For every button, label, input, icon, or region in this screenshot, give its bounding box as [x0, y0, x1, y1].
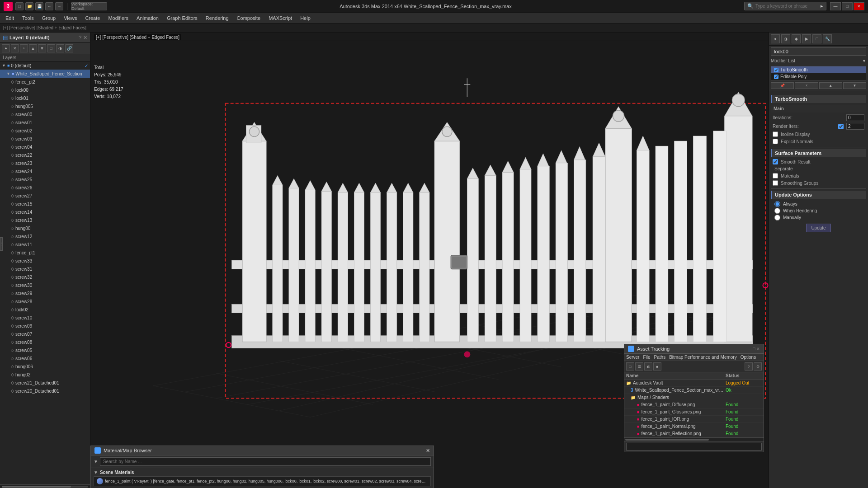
rp-modifier-list-arrow[interactable]: ▼	[862, 59, 866, 63]
table-row[interactable]: 📁 Autodesk Vault Logged Out	[624, 380, 764, 387]
menu-edit[interactable]: Edit	[2, 14, 18, 22]
list-item[interactable]: ◇screw13	[0, 216, 90, 224]
menu-rendering[interactable]: Rendering	[202, 14, 232, 22]
menu-modifiers[interactable]: Modifiers	[104, 14, 132, 22]
rp-delete-btn[interactable]: ☓	[795, 82, 818, 89]
menu-graph-editors[interactable]: Graph Editors	[163, 14, 201, 22]
rp-isoline-check[interactable]	[773, 131, 778, 137]
list-item[interactable]: ▼ ■ 0 (default) ✓	[0, 61, 90, 70]
list-item[interactable]: ◇screw29	[0, 289, 90, 297]
rp-stack-turbosmooth[interactable]: TurboSmooth	[771, 66, 866, 73]
list-item[interactable]: ◇screw14	[0, 208, 90, 216]
list-item[interactable]: ◇screw25	[0, 175, 90, 183]
at-minimize-btn[interactable]: ―	[748, 347, 752, 351]
list-item[interactable]: ◇screw23	[0, 159, 90, 167]
table-row[interactable]: ■ fence_1_paint_IOR.png Found	[624, 416, 764, 423]
workspace-dropdown[interactable]: Workspace: Default	[71, 2, 107, 10]
table-row[interactable]: ■ fence_1_paint_Diffuse.png Found	[624, 401, 764, 408]
table-row[interactable]: ■ fence_1_paint_Reflection.png Found	[624, 430, 764, 437]
at-footer-input[interactable]	[626, 443, 762, 450]
rp-render-iters-input[interactable]	[846, 123, 864, 130]
layer-obj-btn[interactable]: ◑	[56, 44, 64, 52]
list-item[interactable]: ◇screw06	[0, 354, 90, 362]
layer-close-btn[interactable]: ✕	[83, 35, 87, 41]
mb-title-bar[interactable]: Material/Map Browser ✕	[91, 446, 434, 455]
list-item[interactable]: ◇screw33	[0, 257, 90, 265]
rp-update-button[interactable]: Update	[806, 224, 830, 232]
at-toolbar-btn-4[interactable]: ■	[653, 362, 661, 371]
list-item[interactable]: ◇fence_pt1	[0, 249, 90, 257]
menu-group[interactable]: Group	[38, 14, 60, 22]
list-item[interactable]: ◇screw08	[0, 338, 90, 346]
rp-iterations-input[interactable]	[846, 114, 864, 121]
list-item[interactable]: ◇screw20_Detached01	[0, 387, 90, 395]
search-box[interactable]: 🔍 ▸	[744, 2, 826, 10]
table-row[interactable]: 3 White_Scalloped_Fence_Section_max_vray…	[624, 387, 764, 394]
mb-material-item[interactable]: fence_1_paint ( VRayMtl ) [fence_gate, f…	[94, 476, 431, 486]
at-close-btn[interactable]: ✕	[756, 347, 760, 351]
at-toolbar-btn-3[interactable]: ◐	[644, 362, 652, 371]
list-item[interactable]: ◇screw07	[0, 330, 90, 338]
viewport[interactable]: [+] [Perspective] [Shaded + Edged Faces]…	[90, 33, 769, 488]
rp-always-radio[interactable]	[774, 201, 780, 207]
rp-render-iters-check[interactable]	[838, 124, 844, 129]
rp-stack-editablepoly[interactable]: Editable Poly	[771, 73, 866, 80]
list-item[interactable]: ▼ ■ White_Scalloped_Fence_Section	[0, 70, 90, 78]
at-settings-btn[interactable]: ⚙	[754, 362, 762, 371]
layer-delete-btn[interactable]: ✕	[11, 44, 19, 52]
menu-views[interactable]: Views	[60, 14, 80, 22]
list-item[interactable]: ◇screw11	[0, 240, 90, 249]
at-menu-bitmap[interactable]: Bitmap Performance and Memory	[669, 355, 737, 360]
menu-animation[interactable]: Animation	[133, 14, 162, 22]
layer-move-btn[interactable]: ▲	[29, 44, 37, 52]
at-toolbar-btn-2[interactable]: ☰	[635, 362, 643, 371]
rp-smoothing-groups-check[interactable]	[773, 180, 778, 186]
menu-maxscript[interactable]: MAXScript	[265, 14, 296, 22]
rp-move-up-btn[interactable]: ▲	[819, 82, 842, 89]
list-item[interactable]: ◇screw31	[0, 265, 90, 273]
list-item[interactable]: ◇screw30	[0, 281, 90, 289]
rp-manually-radio[interactable]	[774, 215, 780, 221]
rp-hierarchy-tab-btn[interactable]: ◆	[792, 34, 801, 43]
rp-modifier-name-field[interactable]: lock00	[771, 47, 866, 56]
layer-help-btn[interactable]: ?	[79, 35, 81, 40]
list-item[interactable]: ◇hung006	[0, 362, 90, 371]
list-item[interactable]: ◇screw02	[0, 127, 90, 135]
rp-pin-btn[interactable]: 📌	[771, 82, 794, 89]
menu-tools[interactable]: Tools	[19, 14, 38, 22]
list-item[interactable]: ◇screw21_Detached01	[0, 379, 90, 387]
layer-link-btn[interactable]: 🔗	[65, 44, 73, 52]
at-menu-paths[interactable]: Paths	[654, 355, 666, 360]
layer-add-btn[interactable]: +	[20, 44, 28, 52]
at-title-bar[interactable]: Asset Tracking ― □ ✕	[624, 344, 764, 354]
at-toolbar-btn-1[interactable]: □	[626, 362, 634, 371]
table-row[interactable]: 📁 Maps / Shaders	[624, 394, 764, 401]
list-item[interactable]: ◇screw03	[0, 135, 90, 143]
at-menu-server[interactable]: Server	[626, 355, 639, 360]
rp-move-down-btn[interactable]: ▼	[843, 82, 866, 89]
mb-scene-materials-label[interactable]: ▼ Scene Materials	[94, 470, 431, 475]
list-item[interactable]: ◇fence_pt2	[0, 78, 90, 86]
rp-modify-tab-btn[interactable]: ◑	[781, 34, 790, 43]
undo-btn[interactable]: ←	[45, 2, 53, 10]
search-go-icon[interactable]: ▸	[821, 3, 823, 9]
at-help-btn[interactable]: ?	[745, 362, 753, 371]
layer-select-btn[interactable]: □	[47, 44, 55, 52]
list-item[interactable]: ◇screw10	[0, 314, 90, 322]
list-item[interactable]: ◇screw26	[0, 183, 90, 192]
close-btn[interactable]: ✕	[854, 2, 864, 10]
rp-when-rendering-radio[interactable]	[774, 208, 780, 214]
menu-composite[interactable]: Composite	[233, 14, 264, 22]
list-item[interactable]: ◇hung005	[0, 102, 90, 110]
restore-btn[interactable]: □	[842, 2, 853, 10]
minimize-btn[interactable]: ―	[830, 2, 841, 10]
list-item[interactable]: ◇screw04	[0, 143, 90, 151]
menu-create[interactable]: Create	[81, 14, 104, 22]
rp-explicit-check[interactable]	[773, 139, 778, 144]
at-menu-options[interactable]: Options	[741, 355, 756, 360]
rp-create-tab-btn[interactable]: ●	[771, 34, 780, 43]
list-item[interactable]: ◇lock00	[0, 86, 90, 94]
layer-settings-btn[interactable]: ●	[2, 44, 10, 52]
mb-close-btn[interactable]: ✕	[426, 448, 430, 454]
new-btn[interactable]: □	[15, 2, 24, 10]
